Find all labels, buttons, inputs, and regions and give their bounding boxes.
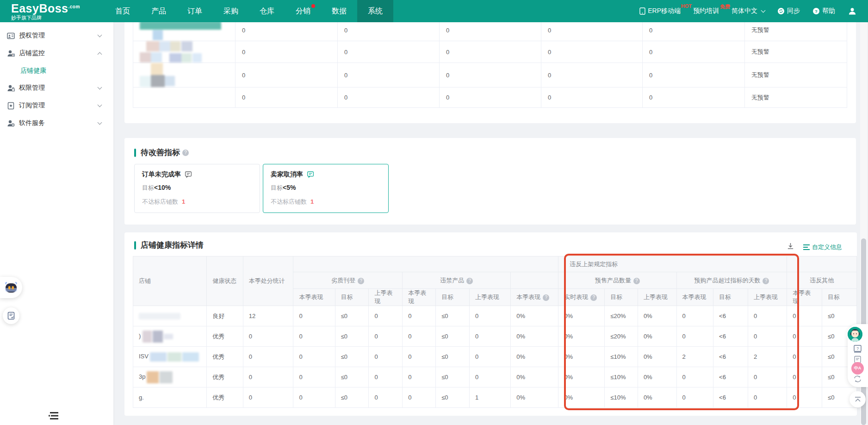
group-header-劣质刊登: 劣质刊登? [293, 272, 403, 289]
metric-cell: 0 [787, 347, 822, 367]
logo[interactable]: EasyBoss.com 妙手旗下品牌 [0, 1, 105, 21]
sidebar-item-店铺监控[interactable]: B店铺监控 [0, 44, 113, 62]
metric-cell: 0% [638, 388, 676, 408]
sidebar-item-权限管理[interactable]: 权限管理 [0, 79, 113, 97]
help-circle-icon[interactable]: ? [763, 278, 769, 284]
metric-cell: 0 [676, 306, 713, 326]
value-cell: 0 [440, 63, 541, 88]
sidebar-item-授权管理[interactable]: 授权管理 [0, 27, 113, 44]
back-to-top-button[interactable] [849, 391, 866, 407]
metric-cell: 0% [638, 367, 676, 388]
column-header-目标: 目标 [605, 289, 638, 306]
sidebar-item-订阅管理[interactable]: 订阅管理 [0, 97, 113, 114]
back-to-top-icon [854, 396, 862, 403]
svg-text:?: ? [856, 346, 859, 351]
value-cell: 0 [440, 88, 541, 108]
health-status-cell: 优秀 [207, 388, 243, 408]
support-avatar[interactable] [847, 326, 863, 343]
header-spacer [787, 256, 857, 272]
assistant-robot-button[interactable] [0, 277, 22, 298]
store-cell: ISV [133, 347, 207, 367]
metric-cell: ≤0 [335, 388, 369, 408]
help-book-button[interactable]: ? [853, 344, 862, 355]
svg-text:B: B [12, 54, 14, 56]
help-circle-icon[interactable]: ? [590, 294, 597, 301]
nav-item-仓库[interactable]: 仓库 [249, 0, 285, 22]
value-cell: 0 [236, 19, 338, 41]
customize-info-button[interactable]: 自定义信息 [803, 243, 842, 251]
nav-item-产品[interactable]: 产品 [141, 0, 177, 22]
group-header-违禁产品: 违禁产品? [403, 272, 511, 289]
column-label: 目标 [341, 294, 353, 300]
indicator-card-order-incomplete[interactable]: 订单未完成率 目标<10% 不达标店铺数1 [134, 164, 260, 213]
indicator-card-seller-cancel[interactable]: 卖家取消率 目标<5% 不达标店铺数1 [263, 164, 389, 213]
language-selector[interactable]: 简体中文 [732, 7, 765, 15]
value-cell: 0 [338, 63, 440, 88]
customize-info-label: 自定义信息 [812, 243, 842, 251]
nav-item-分销[interactable]: 分销 [285, 0, 321, 22]
nav-item-系统[interactable]: 系统 [357, 0, 393, 22]
metric-cell: ≤0 [822, 306, 857, 326]
value-cell: 0 [236, 41, 338, 63]
group-header-预售产品数量: 预售产品数量? [558, 272, 676, 289]
value-cell: 0 [541, 63, 643, 88]
sidebar-item-label: 授权管理 [19, 31, 45, 40]
metric-cell: ≤20% [605, 326, 638, 347]
metric-cell: 0 [470, 347, 511, 367]
nav-item-数据[interactable]: 数据 [321, 0, 357, 22]
notification-dot [311, 4, 315, 8]
chevron-down-icon [98, 103, 102, 107]
blurred-store-name [143, 331, 173, 343]
metric-cell: 0% [511, 367, 558, 388]
nav-item-首页[interactable]: 首页 [105, 0, 141, 22]
warning-overview-card: 00000无预警00000无预警00000无预警00000无预警 [124, 9, 856, 123]
penalty-count-cell: 0 [243, 367, 293, 388]
health-status-cell: 优秀 [207, 367, 243, 388]
help-circle-icon[interactable]: ? [182, 150, 189, 156]
metric-cell: 0 [369, 347, 403, 367]
title-accent-bar [134, 149, 136, 157]
download-button[interactable] [787, 243, 794, 251]
value-cell: 0 [541, 88, 643, 108]
sidebar-collapse-button[interactable] [49, 411, 61, 421]
column-label: 目标 [610, 294, 622, 300]
metric-cell: ≤0 [436, 306, 470, 326]
health-status-cell: 优秀 [207, 326, 243, 347]
metric-cell: 0 [369, 306, 403, 326]
alert-status-cell: 无预警 [745, 63, 847, 88]
sync-button[interactable]: 同步 [777, 7, 800, 15]
sidebar-subitem-店铺健康[interactable]: 店铺健康 [0, 62, 113, 79]
warning-table: 00000无预警00000无预警00000无预警00000无预警 [133, 19, 847, 108]
sync-label: 同步 [787, 7, 800, 15]
help-circle-icon[interactable]: ? [358, 278, 364, 284]
nav-item-采购[interactable]: 采购 [213, 0, 249, 22]
column-header-上季表现: 上季表现 [638, 289, 676, 306]
penalty-count-cell: 12 [243, 306, 293, 326]
help-circle-icon[interactable]: ? [466, 278, 473, 284]
training-label: 预约培训 [693, 7, 719, 15]
store-cell: 3p [133, 367, 207, 388]
header-spacer [293, 256, 558, 272]
help-circle-icon[interactable]: ? [543, 294, 549, 301]
erp-mobile-link[interactable]: ERP移动端 HOT [639, 7, 681, 15]
store-cell: g. [133, 388, 207, 408]
sync-refresh-button[interactable] [853, 375, 862, 385]
person-monitor-icon: B [7, 50, 15, 57]
feedback-button[interactable] [3, 307, 19, 324]
metric-cell: 0 [293, 347, 335, 367]
translate-button[interactable]: 中A [851, 362, 864, 375]
metric-cell: 0 [470, 306, 511, 326]
improve-indicators-card: 待改善指标 ? 订单未完成率 目标<10% 不达标店铺数1 卖家取消率 目标<5… [124, 138, 856, 225]
training-link[interactable]: 预约培训 免费 [693, 7, 719, 15]
blurred-store-name [147, 371, 173, 383]
user-avatar-button[interactable] [848, 6, 857, 16]
sidebar-item-软件服务[interactable]: 软件服务 [0, 114, 113, 132]
help-button[interactable]: ? 帮助 [812, 7, 835, 15]
metric-cell: 0 [293, 367, 335, 388]
value-cell: 0 [440, 41, 541, 63]
nav-item-订单[interactable]: 订单 [177, 0, 213, 22]
hamburger-icon [49, 411, 60, 420]
indicator-title: 卖家取消率 [271, 170, 303, 179]
metric-cell: 0 [369, 326, 403, 347]
help-circle-icon[interactable]: ? [633, 278, 640, 284]
